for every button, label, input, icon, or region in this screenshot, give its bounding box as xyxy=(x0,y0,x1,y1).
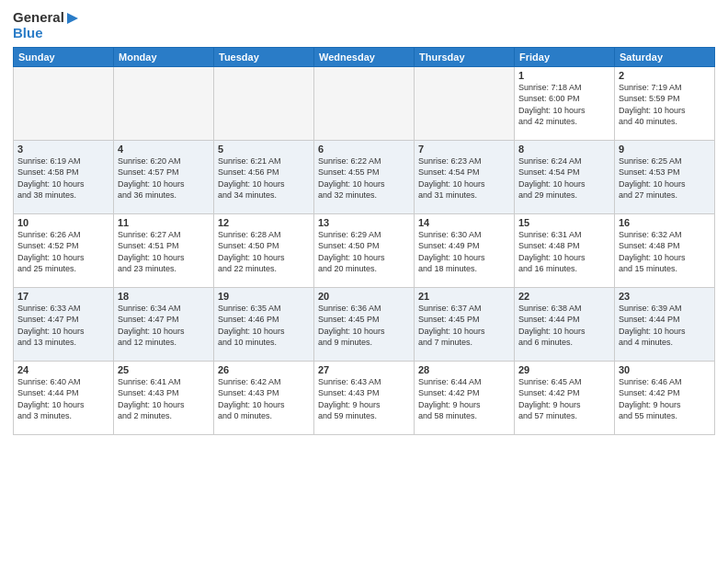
calendar-cell: 18Sunrise: 6:34 AM Sunset: 4:47 PM Dayli… xyxy=(114,287,214,361)
calendar-cell: 3Sunrise: 6:19 AM Sunset: 4:58 PM Daylig… xyxy=(14,140,114,213)
calendar-cell: 23Sunrise: 6:39 AM Sunset: 4:44 PM Dayli… xyxy=(615,287,715,361)
day-info: Sunrise: 6:34 AM Sunset: 4:47 PM Dayligh… xyxy=(118,303,210,349)
day-number: 22 xyxy=(518,291,610,302)
calendar-cell: 19Sunrise: 6:35 AM Sunset: 4:46 PM Dayli… xyxy=(214,287,314,361)
calendar-cell: 22Sunrise: 6:38 AM Sunset: 4:44 PM Dayli… xyxy=(515,287,615,361)
day-number: 20 xyxy=(318,291,410,302)
calendar-cell: 20Sunrise: 6:36 AM Sunset: 4:45 PM Dayli… xyxy=(314,287,415,361)
calendar-cell: 29Sunrise: 6:45 AM Sunset: 4:42 PM Dayli… xyxy=(515,361,615,434)
day-info: Sunrise: 6:40 AM Sunset: 4:44 PM Dayligh… xyxy=(17,376,109,422)
logo-text-blue: Blue xyxy=(13,25,43,40)
calendar-cell: 28Sunrise: 6:44 AM Sunset: 4:42 PM Dayli… xyxy=(415,361,515,434)
header: General Blue xyxy=(13,9,715,41)
calendar-cell: 2Sunrise: 7:19 AM Sunset: 5:59 PM Daylig… xyxy=(615,66,715,140)
day-number: 23 xyxy=(619,291,711,302)
day-info: Sunrise: 6:43 AM Sunset: 4:43 PM Dayligh… xyxy=(318,376,410,422)
header-monday: Monday xyxy=(114,47,214,66)
day-number: 15 xyxy=(518,217,610,228)
day-info: Sunrise: 6:35 AM Sunset: 4:46 PM Dayligh… xyxy=(218,303,310,349)
day-info: Sunrise: 7:19 AM Sunset: 5:59 PM Dayligh… xyxy=(619,82,711,128)
day-number: 25 xyxy=(118,364,210,375)
day-number: 9 xyxy=(619,144,711,155)
day-number: 10 xyxy=(17,217,109,228)
day-info: Sunrise: 6:36 AM Sunset: 4:45 PM Dayligh… xyxy=(318,303,410,349)
day-info: Sunrise: 6:28 AM Sunset: 4:50 PM Dayligh… xyxy=(218,229,310,275)
day-info: Sunrise: 6:24 AM Sunset: 4:54 PM Dayligh… xyxy=(518,155,610,201)
day-info: Sunrise: 6:45 AM Sunset: 4:42 PM Dayligh… xyxy=(518,376,610,422)
day-info: Sunrise: 6:25 AM Sunset: 4:53 PM Dayligh… xyxy=(619,155,711,201)
calendar-table: Sunday Monday Tuesday Wednesday Thursday… xyxy=(13,47,715,435)
calendar-cell: 24Sunrise: 6:40 AM Sunset: 4:44 PM Dayli… xyxy=(14,361,114,434)
header-sunday: Sunday xyxy=(14,47,114,66)
day-number: 3 xyxy=(17,144,109,155)
calendar-cell: 9Sunrise: 6:25 AM Sunset: 4:53 PM Daylig… xyxy=(615,140,715,213)
calendar-cell xyxy=(415,66,515,140)
day-number: 4 xyxy=(118,144,210,155)
day-info: Sunrise: 7:18 AM Sunset: 6:00 PM Dayligh… xyxy=(518,82,610,128)
day-info: Sunrise: 6:32 AM Sunset: 4:48 PM Dayligh… xyxy=(619,229,711,275)
day-number: 18 xyxy=(118,291,210,302)
calendar-cell: 13Sunrise: 6:29 AM Sunset: 4:50 PM Dayli… xyxy=(314,213,415,287)
day-info: Sunrise: 6:26 AM Sunset: 4:52 PM Dayligh… xyxy=(17,229,109,275)
calendar-cell: 16Sunrise: 6:32 AM Sunset: 4:48 PM Dayli… xyxy=(615,213,715,287)
day-info: Sunrise: 6:38 AM Sunset: 4:44 PM Dayligh… xyxy=(518,303,610,349)
page-container: General Blue Sunday Monday Tuesday Wedne… xyxy=(0,0,728,441)
day-info: Sunrise: 6:42 AM Sunset: 4:43 PM Dayligh… xyxy=(218,376,310,422)
header-saturday: Saturday xyxy=(615,47,715,66)
calendar-cell: 4Sunrise: 6:20 AM Sunset: 4:57 PM Daylig… xyxy=(114,140,214,213)
calendar-cell: 25Sunrise: 6:41 AM Sunset: 4:43 PM Dayli… xyxy=(114,361,214,434)
day-number: 7 xyxy=(418,144,510,155)
day-info: Sunrise: 6:27 AM Sunset: 4:51 PM Dayligh… xyxy=(118,229,210,275)
header-tuesday: Tuesday xyxy=(214,47,314,66)
day-info: Sunrise: 6:30 AM Sunset: 4:49 PM Dayligh… xyxy=(418,229,510,275)
day-number: 5 xyxy=(218,144,310,155)
calendar-cell: 17Sunrise: 6:33 AM Sunset: 4:47 PM Dayli… xyxy=(14,287,114,361)
day-info: Sunrise: 6:41 AM Sunset: 4:43 PM Dayligh… xyxy=(118,376,210,422)
day-number: 24 xyxy=(17,364,109,375)
header-thursday: Thursday xyxy=(415,47,515,66)
calendar-week-2: 3Sunrise: 6:19 AM Sunset: 4:58 PM Daylig… xyxy=(14,140,715,213)
day-info: Sunrise: 6:22 AM Sunset: 4:55 PM Dayligh… xyxy=(318,155,410,201)
day-number: 28 xyxy=(418,364,510,375)
day-number: 12 xyxy=(218,217,310,228)
calendar-header-row: Sunday Monday Tuesday Wednesday Thursday… xyxy=(14,47,715,66)
day-number: 13 xyxy=(318,217,410,228)
day-number: 30 xyxy=(619,364,711,375)
calendar-cell: 8Sunrise: 6:24 AM Sunset: 4:54 PM Daylig… xyxy=(515,140,615,213)
calendar-cell: 26Sunrise: 6:42 AM Sunset: 4:43 PM Dayli… xyxy=(214,361,314,434)
calendar-cell xyxy=(314,66,415,140)
day-info: Sunrise: 6:46 AM Sunset: 4:42 PM Dayligh… xyxy=(619,376,711,422)
day-number: 1 xyxy=(518,70,610,81)
day-info: Sunrise: 6:21 AM Sunset: 4:56 PM Dayligh… xyxy=(218,155,310,201)
calendar-cell: 27Sunrise: 6:43 AM Sunset: 4:43 PM Dayli… xyxy=(314,361,415,434)
calendar-week-4: 17Sunrise: 6:33 AM Sunset: 4:47 PM Dayli… xyxy=(14,287,715,361)
day-number: 29 xyxy=(518,364,610,375)
day-number: 27 xyxy=(318,364,410,375)
day-info: Sunrise: 6:44 AM Sunset: 4:42 PM Dayligh… xyxy=(418,376,510,422)
day-number: 16 xyxy=(619,217,711,228)
calendar-cell: 12Sunrise: 6:28 AM Sunset: 4:50 PM Dayli… xyxy=(214,213,314,287)
calendar-cell: 6Sunrise: 6:22 AM Sunset: 4:55 PM Daylig… xyxy=(314,140,415,213)
logo-arrow-icon xyxy=(67,13,78,24)
calendar-cell: 10Sunrise: 6:26 AM Sunset: 4:52 PM Dayli… xyxy=(14,213,114,287)
day-number: 2 xyxy=(619,70,711,81)
day-number: 17 xyxy=(17,291,109,302)
calendar-cell: 1Sunrise: 7:18 AM Sunset: 6:00 PM Daylig… xyxy=(515,66,615,140)
logo-text-general: General xyxy=(13,9,64,25)
day-info: Sunrise: 6:33 AM Sunset: 4:47 PM Dayligh… xyxy=(17,303,109,349)
day-info: Sunrise: 6:23 AM Sunset: 4:54 PM Dayligh… xyxy=(418,155,510,201)
calendar-week-5: 24Sunrise: 6:40 AM Sunset: 4:44 PM Dayli… xyxy=(14,361,715,434)
day-number: 21 xyxy=(418,291,510,302)
calendar-cell: 14Sunrise: 6:30 AM Sunset: 4:49 PM Dayli… xyxy=(415,213,515,287)
header-friday: Friday xyxy=(515,47,615,66)
day-number: 26 xyxy=(218,364,310,375)
calendar-cell: 11Sunrise: 6:27 AM Sunset: 4:51 PM Dayli… xyxy=(114,213,214,287)
day-info: Sunrise: 6:19 AM Sunset: 4:58 PM Dayligh… xyxy=(17,155,109,201)
day-info: Sunrise: 6:39 AM Sunset: 4:44 PM Dayligh… xyxy=(619,303,711,349)
day-number: 14 xyxy=(418,217,510,228)
calendar-cell: 30Sunrise: 6:46 AM Sunset: 4:42 PM Dayli… xyxy=(615,361,715,434)
calendar-cell xyxy=(14,66,114,140)
calendar-week-3: 10Sunrise: 6:26 AM Sunset: 4:52 PM Dayli… xyxy=(14,213,715,287)
day-info: Sunrise: 6:29 AM Sunset: 4:50 PM Dayligh… xyxy=(318,229,410,275)
day-number: 19 xyxy=(218,291,310,302)
